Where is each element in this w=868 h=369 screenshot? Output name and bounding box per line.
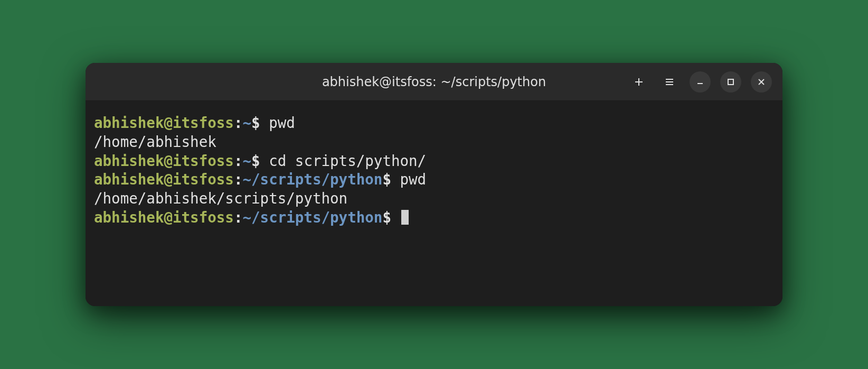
close-icon: [757, 77, 766, 87]
terminal-line: abhishek@itsfoss:~$ pwd: [94, 114, 774, 133]
prompt-path: ~: [242, 152, 251, 169]
prompt-path: ~/scripts/python: [242, 171, 382, 188]
command-text: pwd: [269, 114, 295, 131]
terminal-body[interactable]: abhishek@itsfoss:~$ pwd /home/abhishek a…: [86, 101, 782, 306]
minimize-button[interactable]: [690, 71, 711, 93]
prompt-dollar: $: [382, 171, 400, 188]
prompt-path: ~/scripts/python: [242, 209, 382, 226]
minimize-icon: [695, 77, 705, 87]
terminal-line: abhishek@itsfoss:~/scripts/python$ pwd: [94, 170, 774, 189]
svg-rect-6: [728, 79, 733, 85]
new-tab-button[interactable]: [628, 71, 649, 93]
command-text: cd scripts/python/: [269, 152, 426, 169]
command-text: pwd: [400, 171, 427, 188]
prompt-userhost: abhishek@itsfoss: [94, 171, 234, 188]
menu-button[interactable]: [659, 71, 680, 93]
prompt-dollar: $: [382, 209, 400, 226]
prompt-userhost: abhishek@itsfoss: [94, 152, 234, 169]
prompt-userhost: abhishek@itsfoss: [94, 209, 234, 226]
window-title: abhishek@itsfoss: ~/scripts/python: [322, 75, 546, 89]
maximize-button[interactable]: [720, 71, 741, 93]
terminal-line: abhishek@itsfoss:~$ cd scripts/python/: [94, 152, 774, 171]
maximize-icon: [726, 77, 735, 87]
terminal-line: /home/abhishek: [94, 133, 774, 152]
prompt-sep: :: [234, 114, 243, 131]
output-text: /home/abhishek/scripts/python: [94, 190, 347, 207]
prompt-sep: :: [234, 152, 243, 169]
terminal-window: abhishek@itsfoss: ~/scripts/python abhis…: [86, 63, 782, 306]
close-button[interactable]: [751, 71, 772, 93]
terminal-line: /home/abhishek/scripts/python: [94, 189, 774, 208]
prompt-sep: :: [234, 209, 243, 226]
prompt-userhost: abhishek@itsfoss: [94, 114, 234, 131]
title-bar: abhishek@itsfoss: ~/scripts/python: [86, 63, 782, 101]
output-text: /home/abhishek: [94, 133, 216, 150]
plus-icon: [634, 77, 644, 87]
prompt-dollar: $: [251, 152, 269, 169]
prompt-path: ~: [242, 114, 251, 131]
hamburger-icon: [665, 77, 674, 87]
terminal-line: abhishek@itsfoss:~/scripts/python$: [94, 208, 774, 227]
prompt-dollar: $: [251, 114, 269, 131]
cursor: [401, 210, 409, 225]
prompt-sep: :: [234, 171, 243, 188]
